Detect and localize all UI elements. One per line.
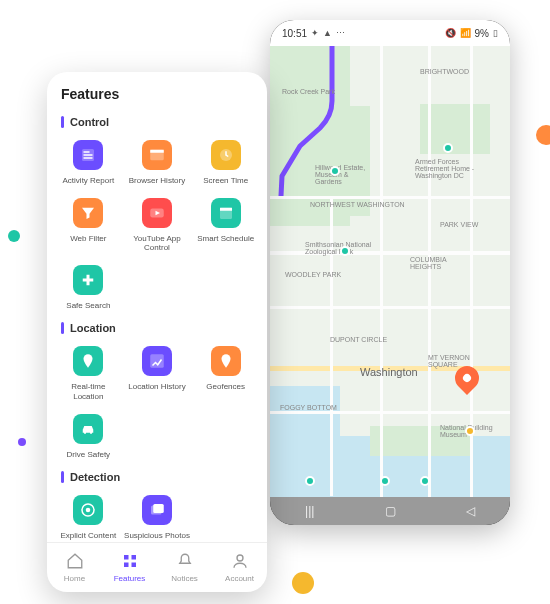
status-icon-signal: 📶 [460,28,471,38]
map-poi-icon [420,476,430,486]
car-icon [73,414,103,444]
phone-features-frame: Features ControlActivity ReportBrowser H… [47,72,267,592]
battery-icon: ▯ [493,28,498,38]
feature-item-loc-history[interactable]: Location History [124,344,191,405]
feature-label: Safe Search [66,301,110,311]
map-poi-icon [443,143,453,153]
plus-icon [73,265,103,295]
feature-item-web-filter[interactable]: Web Filter [55,196,122,257]
nav-back-icon[interactable]: ◁ [466,504,475,518]
status-icon-mute: 🔇 [445,28,456,38]
map-label-woodley: WOODLEY PARK [285,271,341,278]
home-icon [66,552,84,572]
section-title-control: Control [61,116,253,128]
tab-account[interactable]: Account [212,543,267,592]
map-poi-icon [340,246,350,256]
svg-point-25 [237,555,243,561]
page-title: Features [47,72,267,108]
feature-item-youtube[interactable]: YouTube App Control [124,196,191,257]
tab-label: Features [114,574,146,583]
decor-dot-yellow [292,572,314,594]
svg-rect-20 [153,504,164,513]
maproute-icon [142,346,172,376]
section-title-location: Location [61,322,253,334]
map-label-columbia: COLUMBIA HEIGHTS [410,256,465,270]
map-area[interactable]: BRIGHTWOOD Rock Creek Park Hillwood Esta… [270,46,510,497]
calendar-icon [211,198,241,228]
feature-label: Real-time Location [55,382,122,401]
feature-grid: Real-time LocationLocation HistoryGeofen… [55,344,259,463]
status-bar: 10:51 ✦ ▲ ⋯ 🔇 📶 9% ▯ [270,20,510,46]
photos-icon [142,495,172,525]
decor-dot-orange [536,125,550,145]
nav-home-icon[interactable]: ▢ [385,504,396,518]
feature-item-drive-safety[interactable]: Drive Safety [55,412,122,464]
svg-rect-9 [220,207,232,210]
status-battery-text: 9% [475,28,489,39]
clock-icon [211,140,241,170]
feature-label: Explicit Content Detection [55,531,122,542]
status-time: 10:51 [282,28,307,39]
map-label-foggy: FOGGY BOTTOM [280,404,337,411]
svg-rect-21 [124,555,129,560]
map-label-brightwood: BRIGHTWOOD [420,68,469,75]
bell-icon [176,552,194,572]
filter-icon [73,198,103,228]
svg-rect-23 [124,563,129,568]
feature-label: Smart Schedule [197,234,254,244]
feature-label: Geofences [206,382,245,392]
feature-label: Suspicious Photos [124,531,190,541]
svg-rect-11 [83,278,94,281]
feature-item-explicit[interactable]: Explicit Content Detection [55,493,122,542]
decor-dot-purple [18,438,26,446]
tab-features[interactable]: Features [102,543,157,592]
tab-label: Account [225,574,254,583]
feature-label: Screen Time [203,176,248,186]
svg-rect-2 [84,154,93,156]
play-icon [142,198,172,228]
grid-icon [121,552,139,572]
feature-label: Drive Safety [67,450,111,460]
tab-label: Home [64,574,85,583]
status-icon-more: ⋯ [336,28,345,38]
browser-icon [142,140,172,170]
pin-icon [73,346,103,376]
feature-label: Web Filter [70,234,106,244]
feature-item-geofences[interactable]: Geofences [192,344,259,405]
svg-point-15 [84,431,86,433]
feature-item-smart-schedule[interactable]: Smart Schedule [192,196,259,257]
svg-rect-13 [150,355,164,369]
map-label-rockcreek: Rock Creek Park [282,88,335,95]
feature-label: Location History [128,382,185,392]
report-icon [73,140,103,170]
tab-bar: HomeFeaturesNoticesAccount [47,542,267,592]
target-icon [73,495,103,525]
svg-point-18 [86,508,91,513]
feature-item-suspicious[interactable]: Suspicious Photos [124,493,191,542]
feature-item-safe-search[interactable]: Safe Search [55,263,122,315]
svg-rect-3 [84,157,93,159]
feature-item-screen-time[interactable]: Screen Time [192,138,259,190]
tab-home[interactable]: Home [47,543,102,592]
feature-label: Activity Report [63,176,115,186]
section-title-detection: Detection [61,471,253,483]
feature-item-activity-report[interactable]: Activity Report [55,138,122,190]
map-poi-icon [330,166,340,176]
svg-point-14 [224,358,227,361]
decor-dot-teal [8,230,20,242]
nav-recents-icon[interactable]: ||| [305,504,314,518]
map-destination-pin-icon[interactable] [455,366,479,390]
map-label-northwest: NORTHWEST WASHINGTON [310,201,405,208]
feature-label: Browser History [129,176,185,186]
feature-grid: Explicit Content DetectionSuspicious Pho… [55,493,259,542]
map-label-parkview: PARK VIEW [440,221,478,228]
features-scroll[interactable]: ControlActivity ReportBrowser HistoryScr… [47,108,267,542]
svg-point-12 [86,357,90,361]
tab-notices[interactable]: Notices [157,543,212,592]
feature-item-realtime-loc[interactable]: Real-time Location [55,344,122,405]
feature-grid: Activity ReportBrowser HistoryScreen Tim… [55,138,259,314]
user-icon [231,552,249,572]
status-icon-key: ✦ [311,28,319,38]
status-icon-person: ▲ [323,28,332,38]
feature-item-browser-history[interactable]: Browser History [124,138,191,190]
